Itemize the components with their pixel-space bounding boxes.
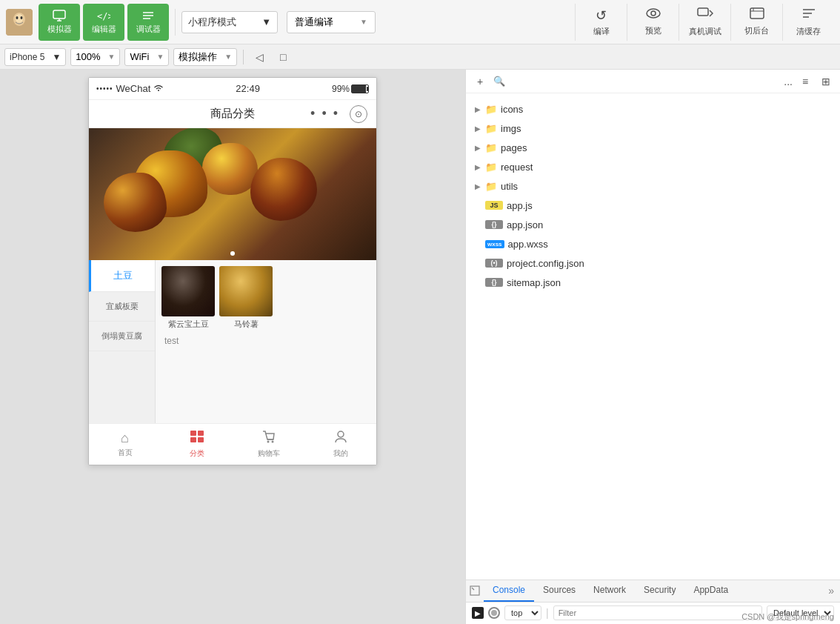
nav-dots[interactable]: • • • xyxy=(310,106,339,122)
folder-utils-arrow: ▶ xyxy=(475,182,485,190)
switch-bg-icon xyxy=(750,7,764,23)
device-select[interactable]: iPhone 5 ▼ xyxy=(4,48,66,66)
volume-icon-btn[interactable]: ◁ xyxy=(250,48,269,66)
clear-cache-action[interactable]: 清缓存 xyxy=(782,4,834,41)
mode-select[interactable]: 小程序模式 ▼ xyxy=(181,11,278,33)
compile-select[interactable]: 普通编译 ▼ xyxy=(287,11,376,33)
file-app-json[interactable]: {} app.json xyxy=(466,215,840,234)
devtools-tab-network[interactable]: Network xyxy=(584,580,635,602)
wifi-select[interactable]: WiFi ▼ xyxy=(124,48,169,66)
simulator-button[interactable]: 模拟器 xyxy=(39,4,80,41)
file-app-json-label: app.json xyxy=(507,219,543,230)
file-app-js-label: app.js xyxy=(507,200,533,211)
devtools-tab-appdata[interactable]: AppData xyxy=(684,580,737,602)
product-name-black: 紫云宝土豆 xyxy=(168,319,209,330)
devtools-tab-sources[interactable]: Sources xyxy=(534,580,584,602)
phone-nav-bar: 商品分类 • • • ⊙ xyxy=(89,100,376,128)
editor-button[interactable]: </> 编辑器 xyxy=(83,4,124,41)
category-item-qianlu[interactable]: 倒塌黄豆腐 xyxy=(89,322,155,351)
cart-icon xyxy=(261,430,276,447)
folder-icons-arrow: ▶ xyxy=(475,105,485,113)
speech-icon-btn[interactable]: □ xyxy=(273,48,293,66)
mine-icon xyxy=(334,430,347,447)
compile-action-label: 编译 xyxy=(593,26,610,37)
folder-pages[interactable]: ▶ 📁 pages xyxy=(466,138,840,157)
phone-time: 22:49 xyxy=(236,83,260,94)
file-project-label: project.config.json xyxy=(507,258,584,269)
category-item-yiwei[interactable]: 宜威板栗 xyxy=(89,292,155,322)
folder-pages-icon: 📁 xyxy=(485,142,497,153)
devtools-tab-console[interactable]: Console xyxy=(484,580,534,602)
file-project-config[interactable]: (•) project.config.json xyxy=(466,253,840,273)
percent-select[interactable]: 100% ▼ xyxy=(70,48,120,66)
folder-request-icon: 📁 xyxy=(485,162,497,173)
product-item-potato[interactable]: 马铃薯 xyxy=(219,266,273,330)
bottom-nav-cart[interactable]: 购物车 xyxy=(233,424,304,465)
file-app-wxss[interactable]: wxss app.wxss xyxy=(466,234,840,253)
file-sitemap[interactable]: {} sitemap.json xyxy=(466,273,840,292)
folder-imgs-icon: 📁 xyxy=(485,123,497,134)
switch-bg-action[interactable]: 切后台 xyxy=(730,4,782,41)
folder-imgs[interactable]: ▶ 📁 imgs xyxy=(466,119,840,138)
file-tree-expand-btn[interactable]: ⊞ xyxy=(818,73,834,90)
csdn-watermark: CSDN @我是springmeng xyxy=(741,611,834,623)
debugger-icon xyxy=(139,9,157,22)
real-debug-action[interactable]: 真机调试 xyxy=(679,4,730,41)
action-select[interactable]: 模拟操作 ▼ xyxy=(173,48,237,66)
simulator-panel: ••••• WeChat 22:49 99% 商品分类 xyxy=(0,70,465,624)
folder-utils[interactable]: ▶ 📁 utils xyxy=(466,176,840,196)
tb2-separator xyxy=(243,50,244,64)
svg-point-26 xyxy=(271,441,273,443)
compile-dropdown-arrow: ▼ xyxy=(360,18,367,26)
second-toolbar: iPhone 5 ▼ 100% ▼ WiFi ▼ 模拟操作 ▼ ◁ □ xyxy=(0,44,840,70)
product-item-black[interactable]: 紫云宝土豆 xyxy=(161,266,215,330)
device-dropdown-arrow: ▼ xyxy=(52,52,61,62)
svg-point-13 xyxy=(651,11,656,16)
debugger-label: 调试器 xyxy=(136,24,161,35)
file-app-js[interactable]: JS app.js xyxy=(466,196,840,215)
console-filter-input[interactable] xyxy=(553,605,762,620)
nav-record-btn[interactable]: ⊙ xyxy=(350,105,367,123)
file-tree-list-btn[interactable]: ≡ xyxy=(797,73,813,90)
svg-rect-14 xyxy=(698,8,708,16)
file-tree-search-btn[interactable]: 🔍 xyxy=(493,75,506,88)
svg-rect-15 xyxy=(750,8,764,19)
top-toolbar: 模拟器 </> 编辑器 调试器 小程序模式 ▼ 普通编译 ▼ ↺ 编译 xyxy=(0,0,840,44)
product-thumb-black xyxy=(161,266,215,316)
folder-icons[interactable]: ▶ 📁 icons xyxy=(466,99,840,119)
devtools-tab-security[interactable]: Security xyxy=(635,580,684,602)
category-item-potato[interactable]: 土豆 xyxy=(89,260,155,292)
file-tree-add-btn[interactable]: + xyxy=(472,73,488,90)
devtools-inspect-btn[interactable] xyxy=(466,585,484,596)
debugger-button[interactable]: 调试器 xyxy=(127,4,169,41)
phone-category: 土豆 宜威板栗 倒塌黄豆腐 紫云宝 xyxy=(89,260,376,423)
bottom-nav-mine[interactable]: 我的 xyxy=(304,424,376,465)
phone-bottom-nav: ⌂ 首页 分类 xyxy=(89,423,376,465)
category-content: 紫云宝土豆 马铃薯 test xyxy=(156,260,376,423)
file-tree-more-btn[interactable]: ... xyxy=(784,76,793,87)
console-stop-btn[interactable] xyxy=(488,607,500,619)
console-run-btn[interactable]: ▶ xyxy=(472,607,484,619)
product-thumb-potato xyxy=(219,266,273,316)
right-panel: + 🔍 ... ≡ ⊞ ▶ 📁 icons xyxy=(465,70,840,624)
console-level-select[interactable]: top xyxy=(504,605,541,620)
bottom-nav-category[interactable]: 分类 xyxy=(161,424,233,465)
compile-action[interactable]: ↺ 编译 xyxy=(575,4,627,41)
battery-percent: 99% xyxy=(332,84,350,94)
wifi-dropdown-arrow: ▼ xyxy=(156,53,164,61)
simulator-icon xyxy=(50,9,68,22)
folder-request[interactable]: ▶ 📁 request xyxy=(466,157,840,176)
folder-utils-label: utils xyxy=(501,181,518,192)
folder-pages-label: pages xyxy=(501,142,527,153)
file-badge-js: JS xyxy=(485,201,503,210)
wifi-signal-icon xyxy=(153,84,164,94)
svg-point-12 xyxy=(647,9,660,18)
mode-select-value: 小程序模式 xyxy=(188,16,236,29)
avatar[interactable] xyxy=(6,9,33,36)
bottom-nav-home[interactable]: ⌂ 首页 xyxy=(89,424,161,465)
category-sidebar: 土豆 宜威板栗 倒塌黄豆腐 xyxy=(89,260,156,423)
nav-title: 商品分类 xyxy=(210,107,255,121)
product-carousel[interactable] xyxy=(89,128,376,260)
preview-action[interactable]: 预览 xyxy=(627,4,679,41)
devtools-tab-more[interactable]: » xyxy=(822,582,840,600)
